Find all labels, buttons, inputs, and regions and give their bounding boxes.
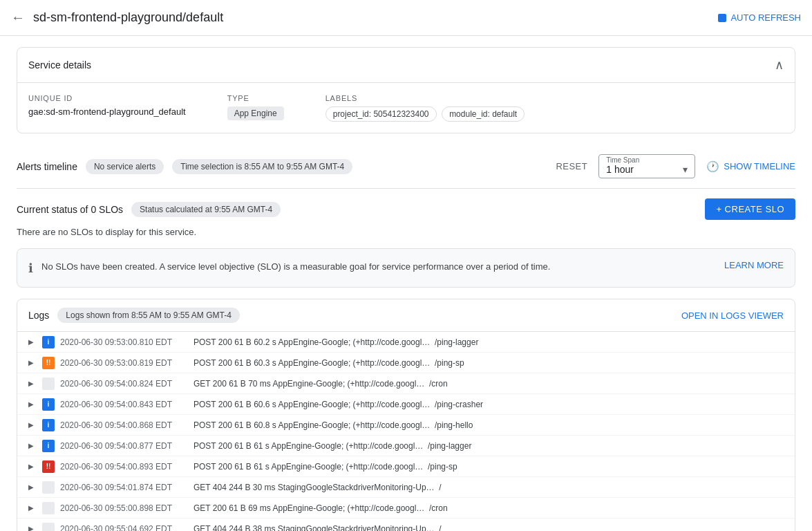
auto-refresh-indicator	[718, 14, 726, 22]
clock-icon: 🕐	[706, 160, 719, 173]
log-timestamp: 2020-06-30 09:53:00.810 EDT	[60, 337, 188, 347]
auto-refresh-button[interactable]: AUTO REFRESH	[718, 12, 801, 23]
type-badge: App Engine	[227, 106, 284, 120]
service-details-card: Service details ∧ UNIQUE ID gae:sd-sm-fr…	[17, 47, 795, 133]
log-path: /	[439, 524, 441, 532]
expand-arrow[interactable]: ▶	[28, 504, 37, 512]
log-severity-badge	[42, 378, 55, 390]
labels-value: project_id: 505412323400 module_id: defa…	[325, 106, 528, 122]
type-value: App Engine	[227, 106, 284, 120]
expand-arrow[interactable]: ▶	[28, 463, 37, 470]
log-timestamp: 2020-06-30 09:53:00.819 EDT	[60, 358, 188, 368]
log-path: /ping-hello	[435, 420, 473, 430]
header-left: ← sd-sm-frontend-playground/default	[11, 10, 223, 26]
log-severity-badge: i	[42, 440, 55, 452]
service-details-body: UNIQUE ID gae:sd-sm-frontend-playground_…	[17, 83, 795, 133]
logs-header: Logs Logs shown from 8:55 AM to 9:55 AM …	[17, 299, 795, 332]
no-slo-message: There are no SLOs to display for this se…	[17, 225, 795, 248]
log-path: /cron	[429, 379, 448, 389]
log-severity-badge: i	[42, 336, 55, 348]
open-logs-viewer-button[interactable]: OPEN IN LOGS VIEWER	[681, 310, 784, 321]
logs-section: Logs Logs shown from 8:55 AM to 9:55 AM …	[17, 299, 795, 531]
log-row[interactable]: ▶ i 2020-06-30 09:54:00.868 EDT POST 200…	[17, 415, 795, 436]
log-severity-badge	[42, 481, 55, 494]
log-path: /ping-lagger	[428, 441, 471, 451]
main-content: Service details ∧ UNIQUE ID gae:sd-sm-fr…	[0, 36, 812, 531]
chevron-down-icon: ▾	[683, 164, 688, 175]
log-content: POST 200 61 B 60.6 s AppEngine-Google; (…	[193, 400, 784, 409]
time-selection-pill: Time selection is 8:55 AM to 9:55 AM GMT…	[172, 159, 352, 174]
expand-arrow[interactable]: ▶	[28, 421, 37, 429]
create-slo-button[interactable]: + CREATE SLO	[705, 198, 795, 220]
log-severity-badge: i	[42, 398, 55, 411]
slo-status-pill: Status calculated at 9:55 AM GMT-4	[131, 202, 281, 217]
log-row[interactable]: ▶ i 2020-06-30 09:54:00.843 EDT POST 200…	[17, 394, 795, 415]
log-content: POST 200 61 B 61 s AppEngine-Google; (+h…	[193, 441, 784, 451]
labels-label: LABELS	[325, 94, 528, 102]
log-severity-badge: !!	[42, 357, 55, 369]
type-field: TYPE App Engine	[227, 94, 284, 120]
log-content: POST 200 61 B 61 s AppEngine-Google; (+h…	[193, 462, 784, 472]
reset-button[interactable]: RESET	[556, 161, 587, 171]
log-path: /cron	[429, 503, 448, 513]
show-timeline-label: SHOW TIMELINE	[724, 161, 795, 171]
page-title: sd-sm-frontend-playground/default	[33, 10, 223, 25]
log-row[interactable]: ▶ 2020-06-30 09:55:04.692 EDT GET 404 24…	[17, 519, 795, 531]
log-severity-badge: !!	[42, 460, 55, 473]
expand-arrow[interactable]: ▶	[28, 525, 37, 531]
log-content: POST 200 61 B 60.2 s AppEngine-Google; (…	[193, 337, 784, 347]
slo-section-header: Current status of 0 SLOs Status calculat…	[17, 189, 795, 225]
log-timestamp: 2020-06-30 09:55:04.692 EDT	[60, 524, 188, 532]
learn-more-button[interactable]: LEARN MORE	[724, 260, 784, 270]
expand-arrow[interactable]: ▶	[28, 400, 37, 408]
expand-arrow[interactable]: ▶	[28, 359, 37, 366]
log-severity-badge	[42, 523, 55, 532]
collapse-icon[interactable]: ∧	[775, 57, 784, 73]
no-alerts-pill: No service alerts	[86, 159, 164, 174]
unique-id-field: UNIQUE ID gae:sd-sm-frontend-playground_…	[28, 94, 186, 117]
log-path: /ping-sp	[435, 358, 464, 368]
service-details-title: Service details	[28, 59, 91, 71]
time-span-row: 1 hour ▾	[606, 164, 688, 175]
time-span-value: 1 hour	[606, 164, 634, 175]
slo-title: Current status of 0 SLOs	[17, 204, 123, 215]
log-path: /ping-lagger	[435, 337, 478, 347]
service-details-header: Service details ∧	[17, 48, 795, 83]
unique-id-value: gae:sd-sm-frontend-playground_default	[28, 106, 186, 117]
log-row[interactable]: ▶ i 2020-06-30 09:53:00.810 EDT POST 200…	[17, 332, 795, 353]
expand-arrow[interactable]: ▶	[28, 442, 37, 449]
log-row[interactable]: ▶ 2020-06-30 09:54:00.824 EDT GET 200 61…	[17, 373, 795, 394]
header: ← sd-sm-frontend-playground/default AUTO…	[0, 0, 812, 36]
time-span-label: Time Span	[606, 156, 688, 164]
log-timestamp: 2020-06-30 09:54:00.893 EDT	[60, 462, 188, 472]
log-content: GET 404 244 B 30 ms StagingGoogleStackdr…	[193, 483, 784, 492]
expand-arrow[interactable]: ▶	[28, 380, 37, 387]
log-timestamp: 2020-06-30 09:54:00.824 EDT	[60, 379, 188, 389]
logs-title: Logs	[28, 310, 49, 321]
expand-arrow[interactable]: ▶	[28, 483, 37, 491]
expand-arrow[interactable]: ▶	[28, 338, 37, 346]
log-path: /	[439, 483, 441, 492]
no-slo-text: There are no SLOs to display for this se…	[17, 224, 196, 248]
logs-right: OPEN IN LOGS VIEWER	[681, 310, 784, 321]
slo-section-right: + CREATE SLO	[705, 198, 795, 220]
log-row[interactable]: ▶ i 2020-06-30 09:54:00.877 EDT POST 200…	[17, 436, 795, 456]
label-module-id: module_id: default	[442, 106, 525, 122]
log-row[interactable]: ▶ 2020-06-30 09:55:00.898 EDT GET 200 61…	[17, 498, 795, 519]
logs-table: ▶ i 2020-06-30 09:53:00.810 EDT POST 200…	[17, 332, 795, 531]
show-timeline-button[interactable]: 🕐 SHOW TIMELINE	[706, 160, 795, 173]
info-box: ℹ No SLOs have been created. A service l…	[17, 248, 795, 288]
log-timestamp: 2020-06-30 09:54:00.843 EDT	[60, 400, 188, 409]
log-row[interactable]: ▶ !! 2020-06-30 09:54:00.893 EDT POST 20…	[17, 456, 795, 477]
log-severity-badge	[42, 502, 55, 514]
log-timestamp: 2020-06-30 09:54:01.874 EDT	[60, 483, 188, 492]
log-row[interactable]: ▶ !! 2020-06-30 09:53:00.819 EDT POST 20…	[17, 353, 795, 373]
label-project-id: project_id: 505412323400	[325, 106, 437, 122]
log-timestamp: 2020-06-30 09:54:00.877 EDT	[60, 441, 188, 451]
log-row[interactable]: ▶ 2020-06-30 09:54:01.874 EDT GET 404 24…	[17, 477, 795, 498]
info-icon: ℹ	[28, 261, 33, 276]
unique-id-label: UNIQUE ID	[28, 94, 186, 102]
back-button[interactable]: ←	[11, 10, 25, 26]
log-content: POST 200 61 B 60.3 s AppEngine-Google; (…	[193, 358, 784, 368]
time-span-selector[interactable]: Time Span 1 hour ▾	[598, 154, 695, 178]
